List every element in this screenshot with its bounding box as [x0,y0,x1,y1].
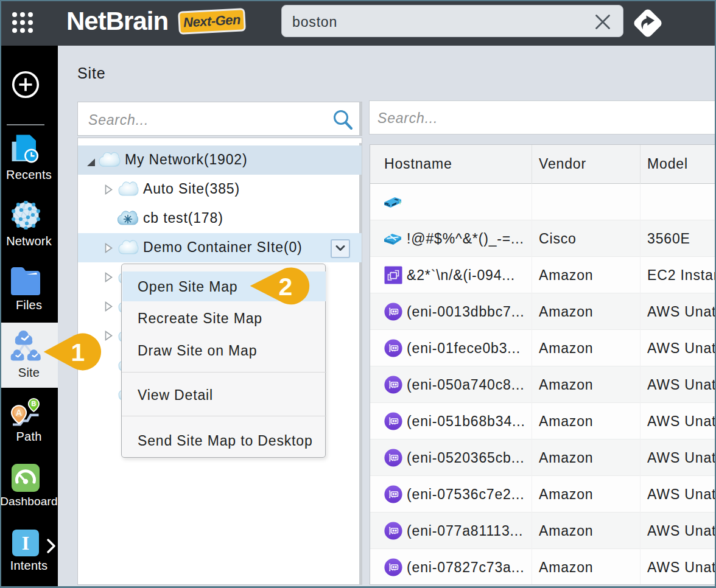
svg-text:I: I [22,532,29,554]
svg-text:1: 1 [71,338,85,366]
svg-text:2: 2 [279,273,293,301]
svg-text:A: A [16,408,23,418]
svg-text:B: B [32,400,37,407]
